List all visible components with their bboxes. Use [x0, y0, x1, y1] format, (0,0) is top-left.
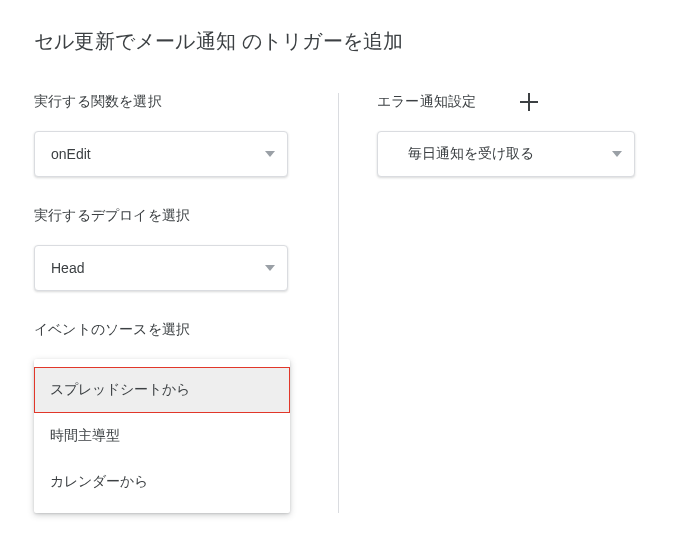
dropdown-item-label: スプレッドシートから	[50, 381, 190, 399]
chevron-down-icon	[265, 265, 275, 271]
function-select-value: onEdit	[51, 146, 91, 162]
event-source-dropdown: スプレッドシートから 時間主導型 カレンダーから	[34, 359, 290, 513]
left-column: 実行する関数を選択 onEdit 実行するデプロイを選択 Head	[34, 93, 338, 513]
error-notify-value: 毎日通知を受け取る	[394, 145, 534, 163]
function-group: 実行する関数を選択 onEdit	[34, 93, 300, 177]
dropdown-item-calendar[interactable]: カレンダーから	[34, 459, 290, 505]
deploy-label: 実行するデプロイを選択	[34, 207, 300, 225]
deploy-select[interactable]: Head	[34, 245, 288, 291]
error-notify-select[interactable]: 毎日通知を受け取る	[377, 131, 635, 177]
dropdown-item-spreadsheet[interactable]: スプレッドシートから	[34, 367, 290, 413]
error-notify-label: エラー通知設定	[377, 93, 476, 111]
right-column: エラー通知設定 毎日通知を受け取る	[338, 93, 659, 513]
dropdown-item-label: 時間主導型	[50, 427, 120, 445]
event-source-label: イベントのソースを選択	[34, 321, 300, 339]
chevron-down-icon	[265, 151, 275, 157]
function-select[interactable]: onEdit	[34, 131, 288, 177]
event-source-group: イベントのソースを選択 スプレッドシートから 時間主導型 カレンダーから	[34, 321, 300, 513]
dropdown-item-time-driven[interactable]: 時間主導型	[34, 413, 290, 459]
deploy-select-value: Head	[51, 260, 84, 276]
page-title: セル更新でメール通知 のトリガーを追加	[34, 28, 659, 55]
function-label: 実行する関数を選択	[34, 93, 300, 111]
deploy-group: 実行するデプロイを選択 Head	[34, 207, 300, 291]
plus-icon[interactable]	[520, 93, 538, 111]
dropdown-item-label: カレンダーから	[50, 473, 148, 491]
chevron-down-icon	[612, 151, 622, 157]
